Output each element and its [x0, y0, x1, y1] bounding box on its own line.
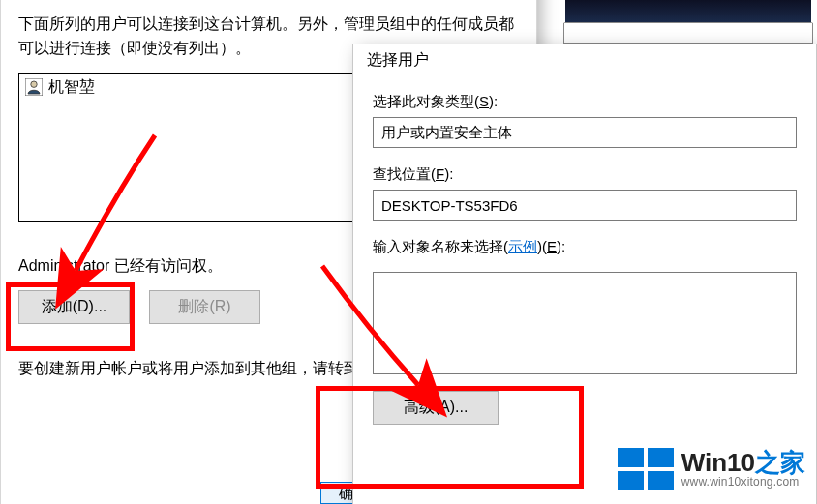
advanced-button[interactable]: 高级(A)... [373, 391, 499, 425]
object-type-label: 选择此对象类型(S): [373, 93, 797, 111]
object-names-label: 输入对象名称来选择(示例)(E): [373, 238, 797, 256]
location-label: 查找位置(F): [373, 165, 797, 184]
location-field: DESKTOP-TS53FD6 [373, 190, 797, 221]
svg-point-1 [31, 81, 37, 87]
select-users-dialog: 选择用户 选择此对象类型(S): 用户或内置安全主体 查找位置(F): DESK… [352, 44, 817, 504]
sel-title: 选择用户 [367, 50, 429, 71]
user-head-icon [25, 78, 43, 96]
examples-link[interactable]: 示例 [508, 238, 537, 254]
add-button[interactable]: 添加(D)... [18, 290, 130, 324]
remove-button[interactable]: 删除(R) [149, 290, 260, 324]
object-type-field: 用户或内置安全主体 [373, 117, 797, 148]
background-window-dark [563, 0, 813, 23]
watermark-url: www.win10xitong.com [681, 476, 805, 489]
object-names-input[interactable] [373, 272, 797, 374]
object-type-value: 用户或内置安全主体 [381, 124, 512, 142]
watermark-brand: Win10之家 [681, 450, 805, 476]
location-value: DESKTOP-TS53FD6 [381, 197, 518, 214]
watermark: Win10之家 www.win10xitong.com [618, 448, 805, 490]
user-name: 机智堃 [48, 77, 95, 98]
sel-titlebar: 选择用户 [353, 44, 816, 75]
windows-logo-icon [618, 448, 674, 490]
background-window-strip [563, 23, 813, 44]
